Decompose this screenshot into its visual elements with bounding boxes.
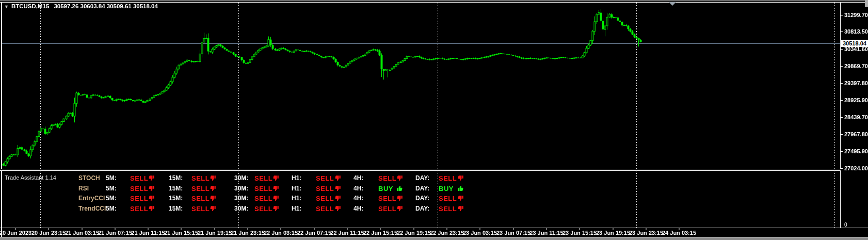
price-axis-label: 29869.70 (844, 63, 868, 69)
price-axis-label: 31299.70 (844, 12, 868, 18)
time-axis-label: 21 Jun 07:15 (98, 230, 132, 236)
thumbs-down-icon (272, 195, 279, 202)
signal-value: SELL (378, 174, 396, 182)
quote-values: 30597.26 30603.84 30509.61 30518.04 (54, 3, 157, 9)
price-axis-label: 28439.70 (844, 114, 868, 120)
thumbs-down-icon (457, 175, 464, 182)
thumbs-down-icon (334, 175, 341, 182)
timeframe-label: DAY: (415, 185, 429, 192)
thumbs-down-icon (396, 175, 403, 182)
thumbs-down-icon (334, 205, 341, 212)
price-tick (840, 15, 843, 15)
timeframe-label: 4H: (353, 195, 363, 202)
timeframe-label: 15M: (169, 205, 183, 212)
signal-value: SELL (254, 195, 272, 202)
signal-value: SELL (316, 195, 334, 202)
timeframe-label: 5M: (106, 174, 117, 182)
price-axis-label: 29397.80 (844, 80, 868, 86)
time-axis-label: 23 Jun 19:15 (596, 230, 630, 236)
time-axis-label: 21 Jun 23:15 (231, 230, 265, 236)
mt4-chart-window: ▼BTCUSD,M1530597.26 30603.84 30509.61 30… (0, 0, 868, 240)
signal-value: SELL (439, 195, 457, 202)
signal-value: SELL (254, 185, 272, 193)
price-axis-label: 28925.90 (844, 97, 868, 103)
price-tick (840, 31, 843, 32)
time-axis-label: 22 Jun 03:15 (264, 230, 298, 236)
signal-value: SELL (254, 205, 272, 213)
indicator-name-trendcci: TrendCCI (78, 205, 106, 212)
price-axis-label: 27495.90 (844, 148, 868, 154)
time-axis-label: 22 Jun 15:15 (363, 230, 397, 236)
chart-border-right (840, 2, 841, 228)
price-tick (840, 100, 843, 101)
timeframe-label: 4H: (353, 205, 363, 212)
thumbs-down-icon (396, 205, 403, 212)
time-axis-line (0, 228, 868, 228)
signal-value: SELL (378, 195, 396, 202)
signal-value: SELL (191, 205, 210, 213)
timeframe-label: DAY: (415, 174, 429, 182)
signal-value: SELL (130, 185, 148, 193)
time-axis-label: 22 Jun 07:15 (297, 230, 331, 236)
chart-title: ▼BTCUSD,M1530597.26 30603.84 30509.61 30… (4, 3, 158, 9)
time-axis-label: 20 Jun 2023 (0, 230, 31, 236)
thumbs-down-icon (334, 185, 341, 192)
thumbs-down-icon (210, 185, 216, 192)
thumbs-down-icon (148, 205, 155, 212)
thumbs-down-icon (210, 205, 216, 212)
thumbs-down-icon (148, 195, 155, 202)
signal-value: SELL (130, 174, 148, 182)
current-price-box: 30518.04 (841, 40, 868, 47)
signal-value: SELL (254, 174, 272, 182)
thumbs-down-icon (148, 175, 155, 182)
thumbs-up-icon (396, 185, 403, 192)
signal-value: BUY (378, 185, 393, 193)
indicator-name-entrycci: EntryCCI (78, 195, 105, 202)
signal-value: SELL (191, 185, 210, 193)
time-axis-label: 24 Jun 03:15 (662, 230, 696, 236)
subwindow-separator[interactable] (0, 169, 841, 171)
price-tick (840, 117, 843, 118)
timeframe-label: H1: (292, 205, 301, 212)
timeframe-label: 30M: (234, 174, 248, 182)
chart-shift-marker-icon[interactable] (669, 2, 676, 6)
price-tick (840, 151, 843, 152)
thumbs-down-icon (396, 195, 403, 202)
thumbs-down-icon (148, 185, 155, 192)
timeframe-label: 5M: (106, 185, 117, 192)
timeframe-label: 5M: (106, 195, 117, 202)
window-bottom-edge (0, 237, 868, 240)
window-menu-triangle-icon[interactable]: ▼ (4, 4, 9, 9)
symbol-period-label: BTCUSD,M15 (11, 3, 49, 9)
time-axis-label: 23 Jun 03:15 (463, 230, 497, 236)
price-tick (840, 66, 843, 67)
time-axis-label: 23 Jun 07:15 (496, 230, 531, 236)
trade-assistant-title: Trade Assistant 1.14 (5, 174, 56, 181)
timeframe-label: 5M: (106, 205, 117, 212)
timeframe-label: H1: (292, 185, 301, 192)
timeframe-label: 15M: (169, 195, 183, 202)
price-tick (840, 168, 843, 169)
timeframe-label: 4H: (353, 174, 363, 182)
timeframe-label: 30M: (234, 185, 248, 192)
thumbs-down-icon (272, 185, 279, 192)
timeframe-label: H1: (292, 174, 301, 182)
signal-value: SELL (191, 174, 210, 182)
price-tick (840, 83, 843, 84)
signal-value: SELL (316, 174, 334, 182)
thumbs-down-icon (457, 195, 464, 202)
candlestick-chart-canvas[interactable] (0, 0, 868, 240)
time-axis-label: 22 Jun 19:15 (397, 230, 431, 236)
thumbs-down-icon (457, 205, 464, 212)
thumbs-down-icon (272, 175, 279, 182)
timeframe-label: 4H: (353, 185, 363, 192)
time-axis-label: 21 Jun 15:15 (164, 230, 198, 236)
signal-value: SELL (191, 195, 210, 202)
thumbs-down-icon (210, 195, 216, 202)
time-axis-label: 23 Jun 15:15 (562, 230, 597, 236)
time-axis-label: 23 Jun 11:15 (529, 230, 563, 236)
signal-value: BUY (439, 185, 454, 193)
thumbs-down-icon (272, 205, 279, 212)
signal-value: SELL (130, 205, 148, 213)
timeframe-label: 30M: (234, 195, 248, 202)
